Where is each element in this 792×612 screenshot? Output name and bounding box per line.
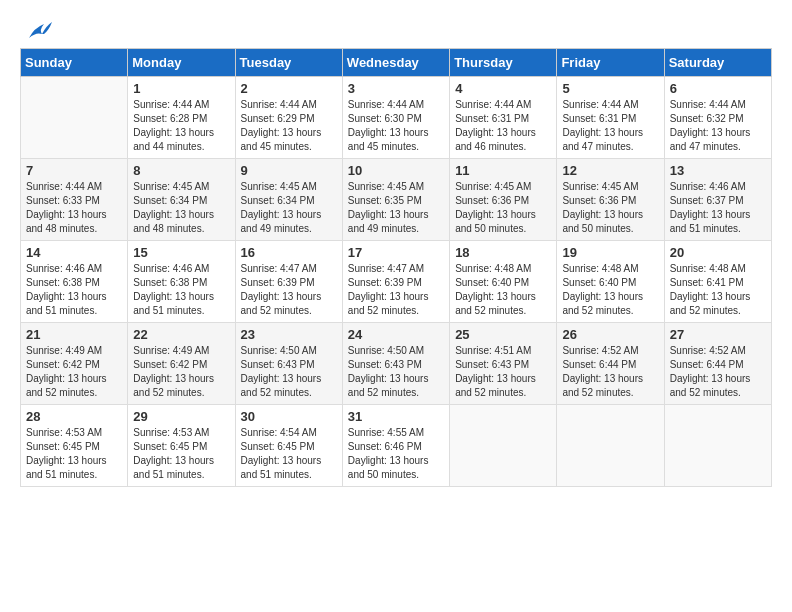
- daylight-continued: and 52 minutes.: [455, 387, 526, 398]
- daylight-continued: and 52 minutes.: [670, 305, 741, 316]
- calendar-week-row: 7Sunrise: 4:44 AMSunset: 6:33 PMDaylight…: [21, 159, 772, 241]
- col-thursday: Thursday: [450, 49, 557, 77]
- sunrise-text: Sunrise: 4:47 AM: [241, 263, 317, 274]
- sunrise-text: Sunrise: 4:49 AM: [133, 345, 209, 356]
- daylight-continued: and 52 minutes.: [562, 305, 633, 316]
- sunset-text: Sunset: 6:41 PM: [670, 277, 744, 288]
- sunset-text: Sunset: 6:45 PM: [133, 441, 207, 452]
- calendar-header-row: Sunday Monday Tuesday Wednesday Thursday…: [21, 49, 772, 77]
- sunrise-text: Sunrise: 4:46 AM: [26, 263, 102, 274]
- day-info: Sunrise: 4:48 AMSunset: 6:40 PMDaylight:…: [455, 262, 551, 318]
- day-number: 26: [562, 327, 658, 342]
- day-info: Sunrise: 4:45 AMSunset: 6:34 PMDaylight:…: [241, 180, 337, 236]
- daylight-text: Daylight: 13 hours: [241, 291, 322, 302]
- day-info: Sunrise: 4:44 AMSunset: 6:28 PMDaylight:…: [133, 98, 229, 154]
- sunset-text: Sunset: 6:31 PM: [562, 113, 636, 124]
- table-row: 21Sunrise: 4:49 AMSunset: 6:42 PMDayligh…: [21, 323, 128, 405]
- sunset-text: Sunset: 6:32 PM: [670, 113, 744, 124]
- day-number: 30: [241, 409, 337, 424]
- day-number: 28: [26, 409, 122, 424]
- day-number: 4: [455, 81, 551, 96]
- table-row: 9Sunrise: 4:45 AMSunset: 6:34 PMDaylight…: [235, 159, 342, 241]
- table-row: [664, 405, 771, 487]
- daylight-text: Daylight: 13 hours: [348, 209, 429, 220]
- daylight-continued: and 52 minutes.: [562, 387, 633, 398]
- day-info: Sunrise: 4:46 AMSunset: 6:38 PMDaylight:…: [133, 262, 229, 318]
- daylight-text: Daylight: 13 hours: [133, 373, 214, 384]
- day-info: Sunrise: 4:45 AMSunset: 6:35 PMDaylight:…: [348, 180, 444, 236]
- table-row: [450, 405, 557, 487]
- col-friday: Friday: [557, 49, 664, 77]
- daylight-continued: and 47 minutes.: [670, 141, 741, 152]
- daylight-text: Daylight: 13 hours: [133, 455, 214, 466]
- day-number: 22: [133, 327, 229, 342]
- sunrise-text: Sunrise: 4:49 AM: [26, 345, 102, 356]
- sunrise-text: Sunrise: 4:52 AM: [670, 345, 746, 356]
- day-number: 8: [133, 163, 229, 178]
- sunset-text: Sunset: 6:36 PM: [455, 195, 529, 206]
- sunset-text: Sunset: 6:45 PM: [26, 441, 100, 452]
- daylight-continued: and 49 minutes.: [241, 223, 312, 234]
- day-number: 12: [562, 163, 658, 178]
- sunrise-text: Sunrise: 4:50 AM: [241, 345, 317, 356]
- day-number: 20: [670, 245, 766, 260]
- table-row: 4Sunrise: 4:44 AMSunset: 6:31 PMDaylight…: [450, 77, 557, 159]
- sunrise-text: Sunrise: 4:52 AM: [562, 345, 638, 356]
- day-info: Sunrise: 4:53 AMSunset: 6:45 PMDaylight:…: [26, 426, 122, 482]
- col-tuesday: Tuesday: [235, 49, 342, 77]
- day-info: Sunrise: 4:54 AMSunset: 6:45 PMDaylight:…: [241, 426, 337, 482]
- day-info: Sunrise: 4:44 AMSunset: 6:32 PMDaylight:…: [670, 98, 766, 154]
- day-info: Sunrise: 4:47 AMSunset: 6:39 PMDaylight:…: [348, 262, 444, 318]
- sunrise-text: Sunrise: 4:55 AM: [348, 427, 424, 438]
- table-row: 6Sunrise: 4:44 AMSunset: 6:32 PMDaylight…: [664, 77, 771, 159]
- table-row: 30Sunrise: 4:54 AMSunset: 6:45 PMDayligh…: [235, 405, 342, 487]
- day-info: Sunrise: 4:51 AMSunset: 6:43 PMDaylight:…: [455, 344, 551, 400]
- sunset-text: Sunset: 6:34 PM: [133, 195, 207, 206]
- table-row: 16Sunrise: 4:47 AMSunset: 6:39 PMDayligh…: [235, 241, 342, 323]
- col-sunday: Sunday: [21, 49, 128, 77]
- day-info: Sunrise: 4:52 AMSunset: 6:44 PMDaylight:…: [670, 344, 766, 400]
- table-row: 28Sunrise: 4:53 AMSunset: 6:45 PMDayligh…: [21, 405, 128, 487]
- sunset-text: Sunset: 6:43 PM: [241, 359, 315, 370]
- daylight-continued: and 45 minutes.: [348, 141, 419, 152]
- sunrise-text: Sunrise: 4:45 AM: [455, 181, 531, 192]
- daylight-continued: and 51 minutes.: [133, 305, 204, 316]
- daylight-text: Daylight: 13 hours: [562, 209, 643, 220]
- daylight-continued: and 49 minutes.: [348, 223, 419, 234]
- day-number: 16: [241, 245, 337, 260]
- table-row: 25Sunrise: 4:51 AMSunset: 6:43 PMDayligh…: [450, 323, 557, 405]
- table-row: 22Sunrise: 4:49 AMSunset: 6:42 PMDayligh…: [128, 323, 235, 405]
- day-number: 19: [562, 245, 658, 260]
- sunrise-text: Sunrise: 4:46 AM: [670, 181, 746, 192]
- daylight-text: Daylight: 13 hours: [133, 127, 214, 138]
- sunset-text: Sunset: 6:44 PM: [670, 359, 744, 370]
- table-row: 7Sunrise: 4:44 AMSunset: 6:33 PMDaylight…: [21, 159, 128, 241]
- day-number: 6: [670, 81, 766, 96]
- sunset-text: Sunset: 6:38 PM: [26, 277, 100, 288]
- day-number: 15: [133, 245, 229, 260]
- table-row: 8Sunrise: 4:45 AMSunset: 6:34 PMDaylight…: [128, 159, 235, 241]
- page-header: [20, 20, 772, 38]
- sunrise-text: Sunrise: 4:50 AM: [348, 345, 424, 356]
- sunset-text: Sunset: 6:42 PM: [133, 359, 207, 370]
- daylight-continued: and 52 minutes.: [241, 305, 312, 316]
- daylight-text: Daylight: 13 hours: [670, 127, 751, 138]
- day-number: 1: [133, 81, 229, 96]
- daylight-text: Daylight: 13 hours: [348, 127, 429, 138]
- daylight-continued: and 48 minutes.: [133, 223, 204, 234]
- sunrise-text: Sunrise: 4:44 AM: [670, 99, 746, 110]
- daylight-continued: and 50 minutes.: [348, 469, 419, 480]
- daylight-text: Daylight: 13 hours: [670, 291, 751, 302]
- daylight-text: Daylight: 13 hours: [562, 291, 643, 302]
- daylight-continued: and 52 minutes.: [348, 387, 419, 398]
- sunset-text: Sunset: 6:30 PM: [348, 113, 422, 124]
- daylight-text: Daylight: 13 hours: [133, 291, 214, 302]
- daylight-continued: and 52 minutes.: [241, 387, 312, 398]
- daylight-text: Daylight: 13 hours: [348, 291, 429, 302]
- day-info: Sunrise: 4:48 AMSunset: 6:41 PMDaylight:…: [670, 262, 766, 318]
- day-number: 7: [26, 163, 122, 178]
- day-info: Sunrise: 4:49 AMSunset: 6:42 PMDaylight:…: [26, 344, 122, 400]
- day-number: 11: [455, 163, 551, 178]
- table-row: 17Sunrise: 4:47 AMSunset: 6:39 PMDayligh…: [342, 241, 449, 323]
- day-number: 2: [241, 81, 337, 96]
